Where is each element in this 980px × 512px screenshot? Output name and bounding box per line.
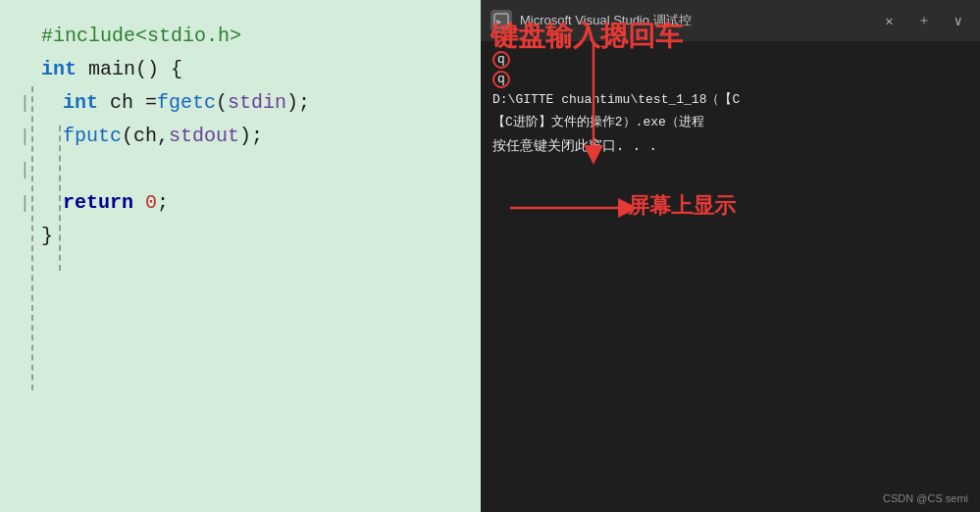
terminal-panel: ▶ Microsoft Visual Studio 调试控 ✕ ＋ ∨ q q …: [481, 0, 980, 512]
svg-text:▶: ▶: [496, 17, 502, 26]
dropdown-button[interactable]: ∨: [947, 11, 970, 31]
ch-arg: ch,: [133, 120, 169, 153]
close-button[interactable]: ✕: [877, 11, 901, 31]
close-info-text: 按任意键关闭此窗口. . .: [492, 135, 657, 157]
terminal-path-line2: 【C进阶】文件的操作2）.exe（进程: [492, 113, 968, 133]
gutter: |: [20, 155, 37, 185]
terminal-icon: ▶: [490, 10, 512, 31]
code-line-return: | return 0 ;: [20, 186, 471, 220]
return-semi: ;: [157, 186, 169, 220]
terminal-path-line: D:\GITTE chuantimu\test_1_18（【C: [492, 90, 968, 111]
gutter: |: [20, 88, 37, 119]
code-line-blank: |: [20, 153, 471, 186]
gutter: |: [20, 188, 37, 219]
code-line-fgetc: | int ch = fgetc ( stdin );: [20, 86, 471, 120]
return-space: [133, 186, 145, 220]
stdout-param: stdout: [169, 120, 239, 153]
main-container: #include<stdio.h> int main() { | int ch …: [0, 0, 980, 512]
keyword-return: return: [63, 186, 133, 220]
terminal-title-text: Microsoft Visual Studio 调试控: [520, 12, 869, 29]
fputc-close: );: [239, 120, 263, 153]
closing-brace: }: [41, 220, 53, 253]
include-statement: #include<stdio.h>: [41, 20, 241, 53]
main-text: main() {: [77, 53, 182, 86]
watermark: CSDN @CS semi: [883, 492, 968, 504]
q-circle-input: q: [492, 51, 510, 69]
path-text-2: 【C进阶】文件的操作2）.exe（进程: [492, 113, 704, 133]
terminal-q-display-line: q: [492, 71, 968, 88]
path-text-1: D:\GITTE chuantimu\test_1_18（【C: [492, 90, 740, 111]
add-button[interactable]: ＋: [909, 10, 939, 31]
code-panel: #include<stdio.h> int main() { | int ch …: [0, 0, 481, 512]
return-value: 0: [145, 186, 157, 220]
ch-var: ch =: [98, 86, 157, 120]
fgetc-fn: fgetc: [157, 86, 216, 120]
stdin-param: stdin: [228, 86, 286, 120]
terminal-body: q q D:\GITTE chuantimu\test_1_18（【C 【C进阶…: [481, 41, 980, 512]
keyword-int: int: [41, 53, 77, 86]
fgetc-close: );: [286, 86, 310, 120]
q-circle-display: q: [492, 71, 510, 88]
keyword-int2: int: [63, 86, 98, 120]
code-line-main: int main() {: [20, 53, 471, 86]
fgetc-paren: (: [216, 86, 228, 120]
code-line-fputc: | fputc ( ch, stdout );: [20, 120, 471, 153]
fputc-paren: (: [122, 120, 133, 153]
gutter: |: [20, 122, 37, 152]
fputc-fn: fputc: [63, 120, 122, 153]
code-line-include: #include<stdio.h>: [20, 20, 471, 53]
terminal-info-line: 按任意键关闭此窗口. . .: [492, 135, 968, 157]
terminal-q-input-line: q: [492, 51, 968, 69]
code-content: #include<stdio.h> int main() { | int ch …: [20, 20, 471, 253]
terminal-titlebar: ▶ Microsoft Visual Studio 调试控 ✕ ＋ ∨: [481, 0, 980, 41]
code-line-closing: }: [20, 220, 471, 253]
